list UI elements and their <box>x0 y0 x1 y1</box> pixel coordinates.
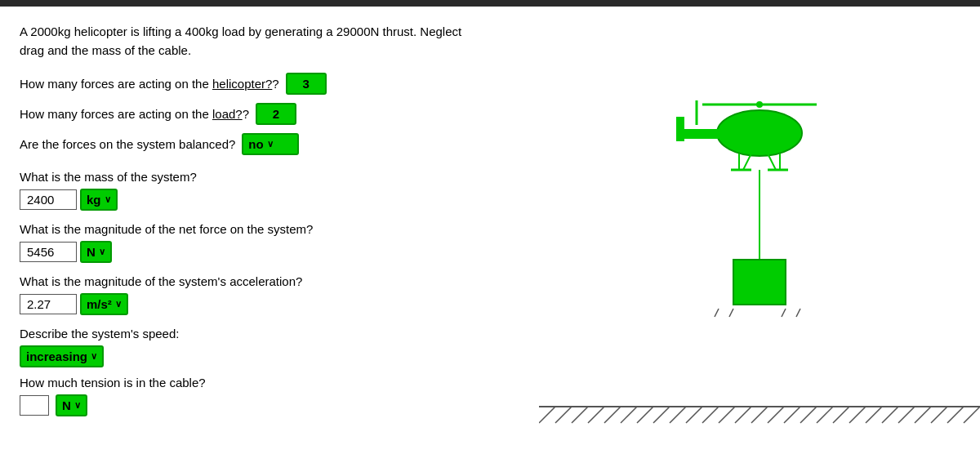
q5-value-input[interactable] <box>20 242 77 262</box>
q6-value-input[interactable] <box>20 294 77 314</box>
svg-line-18 <box>572 407 588 423</box>
svg-line-45 <box>782 309 786 317</box>
problem-line1: A 2000kg helicopter is lifting a 400kg l… <box>20 24 461 38</box>
svg-line-38 <box>898 407 915 423</box>
q8-label: How much tension is in the cable? <box>20 376 519 389</box>
q4-unit-dropdown[interactable]: kg ∨ <box>80 189 118 211</box>
svg-line-28 <box>735 407 751 423</box>
svg-line-46 <box>796 309 800 317</box>
svg-line-33 <box>817 407 833 423</box>
q2-row: How many forces are acting on the load??… <box>20 103 519 125</box>
q1-underline: helicopter? <box>212 77 272 91</box>
q1-label: How many forces are acting on the helico… <box>20 77 279 91</box>
q3-label: Are the forces on the system balanced? <box>20 137 235 151</box>
q6-unit-label: m/s² <box>87 297 112 311</box>
helicopter-illustration <box>539 7 980 454</box>
svg-line-41 <box>947 407 964 423</box>
q2-underline: load? <box>212 107 243 121</box>
svg-line-43 <box>715 309 719 317</box>
top-bar <box>0 0 980 7</box>
q8-row: N ∨ <box>20 394 519 416</box>
q8-value-input[interactable] <box>20 395 49 416</box>
q3-dropdown-arrow: ∨ <box>267 139 274 149</box>
q5-row: N ∨ <box>20 241 519 263</box>
q4-unit-label: kg <box>87 193 101 207</box>
svg-line-27 <box>719 407 735 423</box>
svg-line-23 <box>653 407 670 423</box>
svg-line-36 <box>866 407 882 423</box>
q3-answer-value: no <box>248 137 263 151</box>
svg-line-37 <box>882 407 898 423</box>
svg-line-31 <box>784 407 800 423</box>
svg-line-10 <box>768 154 776 170</box>
q8-unit-label: N <box>62 398 71 412</box>
svg-rect-5 <box>676 117 684 141</box>
svg-line-39 <box>915 407 931 423</box>
q6-label: What is the magnitude of the system's ac… <box>20 274 519 288</box>
q4-label: What is the mass of the system? <box>20 170 519 184</box>
q6-unit-arrow: ∨ <box>115 299 122 309</box>
q5-label: What is the magnitude of the net force o… <box>20 222 519 236</box>
problem-line2: drag and the mass of the cable. <box>20 43 191 57</box>
q3-row: Are the forces on the system balanced? n… <box>20 133 519 155</box>
svg-line-20 <box>604 407 621 423</box>
q7-label: Describe the system's speed: <box>20 327 519 340</box>
svg-line-30 <box>768 407 784 423</box>
left-panel: A 2000kg helicopter is lifting a 400kg l… <box>0 7 539 454</box>
q3-answer-dropdown[interactable]: no ∨ <box>242 133 299 155</box>
q1-answer[interactable]: 3 <box>286 73 327 95</box>
q8-unit-dropdown[interactable]: N ∨ <box>56 394 87 416</box>
svg-point-1 <box>756 101 763 108</box>
q4-unit-arrow: ∨ <box>105 194 111 205</box>
q5-unit-label: N <box>87 245 96 259</box>
svg-line-17 <box>555 407 572 423</box>
svg-rect-4 <box>678 129 760 139</box>
svg-line-7 <box>743 154 751 170</box>
svg-line-25 <box>686 407 702 423</box>
svg-rect-13 <box>733 260 786 305</box>
svg-line-24 <box>670 407 686 423</box>
q2-answer[interactable]: 2 <box>256 103 296 125</box>
svg-line-32 <box>800 407 817 423</box>
svg-line-40 <box>931 407 947 423</box>
svg-line-42 <box>964 407 980 423</box>
q6-row: m/s² ∨ <box>20 293 519 315</box>
q7-row: increasing ∨ <box>20 345 519 367</box>
q8-unit-arrow: ∨ <box>74 400 81 411</box>
svg-line-35 <box>849 407 866 423</box>
q6-unit-dropdown[interactable]: m/s² ∨ <box>80 293 128 315</box>
q5-unit-arrow: ∨ <box>99 247 105 257</box>
svg-line-21 <box>621 407 637 423</box>
right-panel <box>539 7 980 454</box>
svg-line-34 <box>833 407 849 423</box>
svg-line-29 <box>751 407 768 423</box>
q1-row: How many forces are acting on the helico… <box>20 73 519 95</box>
svg-line-16 <box>539 407 555 423</box>
page-container: 1 2 3 4 A 2000kg helicopter is lifting a… <box>0 7 980 454</box>
q7-dropdown-arrow: ∨ <box>91 351 97 362</box>
q7-answer-value: increasing <box>26 349 87 363</box>
q5-unit-dropdown[interactable]: N ∨ <box>80 241 112 263</box>
svg-line-44 <box>729 309 733 317</box>
svg-line-22 <box>637 407 653 423</box>
q7-answer-dropdown[interactable]: increasing ∨ <box>20 345 104 367</box>
q4-value-input[interactable] <box>20 189 77 210</box>
svg-line-26 <box>702 407 719 423</box>
problem-text: A 2000kg helicopter is lifting a 400kg l… <box>20 23 519 60</box>
svg-line-19 <box>588 407 604 423</box>
q4-row: kg ∨ <box>20 189 519 211</box>
q2-label: How many forces are acting on the load?? <box>20 107 249 121</box>
